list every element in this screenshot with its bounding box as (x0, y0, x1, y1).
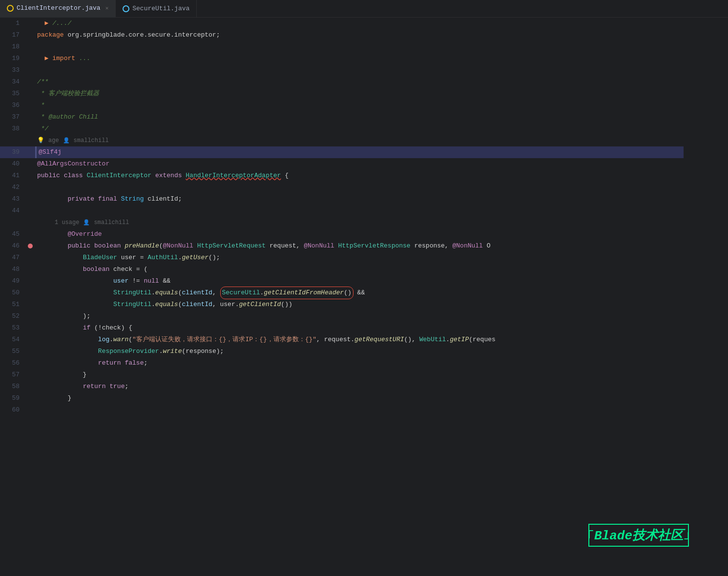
gutter-cell (25, 310, 35, 322)
line-number: 43 (0, 193, 25, 205)
usage-count: age (48, 135, 59, 146)
tab-close-1[interactable]: ✕ (105, 5, 109, 11)
line-number: 44 (0, 205, 25, 217)
gutter-cell (25, 111, 35, 123)
code-row-content: * 客户端校验拦截器 (35, 88, 684, 100)
circled-method: SecureUtil.getClientIdFromHeader() (220, 287, 354, 299)
code-row-content: public class ClientInterceptor extends H… (35, 170, 684, 182)
code-row-content: ); (35, 310, 684, 322)
table-row: 41 public class ClientInterceptor extend… (0, 170, 684, 182)
gutter-cell (25, 252, 35, 264)
line-number: 54 (0, 334, 25, 346)
table-row: 46 public boolean preHandle(@NonNull Htt… (0, 240, 684, 252)
line-number: 37 (0, 111, 25, 123)
bulb-icon: 💡 (37, 135, 44, 146)
line-number (0, 135, 25, 146)
fold-icon-import[interactable]: ▶ (45, 53, 49, 64)
line-number: 38 (0, 123, 25, 135)
tab-label-2: SecureUtil.java (132, 5, 189, 12)
line-number: 34 (0, 76, 25, 88)
table-row: 38 */ (0, 123, 684, 135)
gutter-cell (25, 76, 35, 88)
table-row: 55 ResponseProvider.write(response); (0, 346, 684, 357)
gutter-cell (25, 404, 35, 416)
author-name-2: smallchill (94, 217, 129, 228)
code-row-content: ▶ import ... (35, 53, 684, 64)
gutter-cell (25, 53, 35, 64)
table-row: 47 BladeUser user = AuthUtil.getUser(); (0, 252, 684, 264)
meta-row-2: 1 usage 👤 smallchill (0, 217, 684, 228)
tab-label-1: ClientInterceptor.java (17, 4, 101, 12)
line-number: 47 (0, 252, 25, 264)
gutter-cell (25, 146, 35, 158)
gutter-cell (25, 275, 35, 287)
breakpoint-dot (28, 244, 33, 248)
code-row-content: return true; (35, 381, 684, 392)
tab-secure-util[interactable]: SecureUtil.java (116, 0, 197, 18)
code-row-content (35, 182, 684, 193)
tab-client-interceptor[interactable]: ClientInterceptor.java ✕ (0, 0, 116, 18)
code-row-content: StringUtil.equals(clientId, SecureUtil.g… (35, 287, 684, 299)
code-row-content: * @author Chill (35, 111, 684, 123)
meta-row: 💡 age 👤 smallchill (0, 135, 684, 146)
table-row: 40 @AllArgsConstructor (0, 158, 684, 170)
table-row: 51 StringUtil.equals(clientId, user.getC… (0, 299, 684, 310)
gutter-cell (25, 299, 35, 310)
code-row-content: */ (35, 123, 684, 135)
gutter-cell (25, 287, 35, 299)
code-row-content: return false; (35, 357, 684, 369)
table-row: 59 } (0, 392, 684, 404)
table-row: 37 * @author Chill (0, 111, 684, 123)
table-row: 60 (0, 404, 684, 416)
table-row: 45 @Override (0, 228, 684, 240)
meta-content-2: 1 usage 👤 smallchill (35, 217, 684, 228)
gutter-cell (25, 41, 35, 53)
table-row: 43 private final String clientId; (0, 193, 684, 205)
code-row-content: * (35, 100, 684, 111)
fold-icon[interactable]: ▶ (45, 18, 49, 29)
meta-content: 💡 age 👤 smallchill (35, 135, 684, 146)
code-row-content: BladeUser user = AuthUtil.getUser(); (35, 252, 684, 264)
gutter-cell (25, 322, 35, 334)
gutter-cell (25, 217, 35, 228)
line-number: 45 (0, 228, 25, 240)
line-number: 55 (0, 346, 25, 357)
line-number: 17 (0, 29, 25, 41)
table-row: 1 ▶ /.../ (0, 18, 684, 29)
code-row-content (35, 205, 684, 217)
gutter-cell (25, 158, 35, 170)
line-number: 35 (0, 88, 25, 100)
person-icon-2: 👤 (83, 217, 90, 228)
table-row: 44 (0, 205, 684, 217)
gutter-cell (25, 135, 35, 146)
tab-bar: ClientInterceptor.java ✕ SecureUtil.java (0, 0, 728, 18)
code-row-content: ▶ /.../ (35, 18, 684, 29)
line-number: 19 (0, 53, 25, 64)
table-row: 36 * (0, 100, 684, 111)
table-row: 57 } (0, 369, 684, 381)
line-number: 49 (0, 275, 25, 287)
code-row-content: /** (35, 76, 684, 88)
table-row: 17 package org.springblade.core.secure.i… (0, 29, 684, 41)
gutter-cell (25, 381, 35, 392)
code-row-content: log.warn("客户端认证失败，请求接口：{}，请求IP：{}，请求参数：{… (35, 334, 684, 346)
gutter-cell (25, 18, 35, 29)
code-row-content: user != null && (35, 275, 684, 287)
gutter-cell (25, 64, 35, 76)
code-row-content (35, 404, 684, 416)
code-row-content: package org.springblade.core.secure.inte… (35, 29, 684, 41)
table-row: 50 StringUtil.equals(clientId, SecureUti… (0, 287, 684, 299)
code-row-content (35, 41, 684, 53)
line-number: 46 (0, 240, 25, 252)
line-number: 60 (0, 404, 25, 416)
line-number: 40 (0, 158, 25, 170)
gutter-cell (25, 205, 35, 217)
line-number: 51 (0, 299, 25, 310)
table-row: 56 return false; (0, 357, 684, 369)
line-number: 59 (0, 392, 25, 404)
line-number: 53 (0, 322, 25, 334)
line-number: 36 (0, 100, 25, 111)
code-row-content: @Override (35, 228, 684, 240)
code-row-content (35, 64, 684, 76)
gutter-cell (25, 88, 35, 100)
